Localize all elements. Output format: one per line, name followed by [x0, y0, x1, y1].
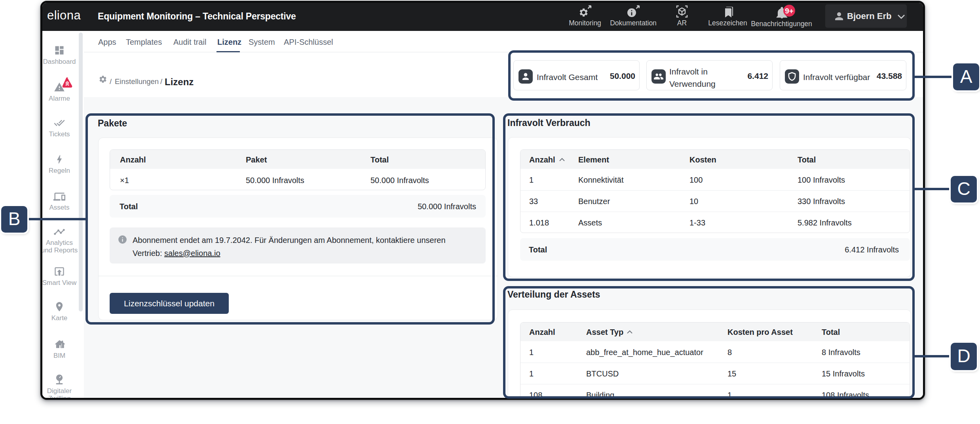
svg-text:9+: 9+: [785, 7, 794, 15]
